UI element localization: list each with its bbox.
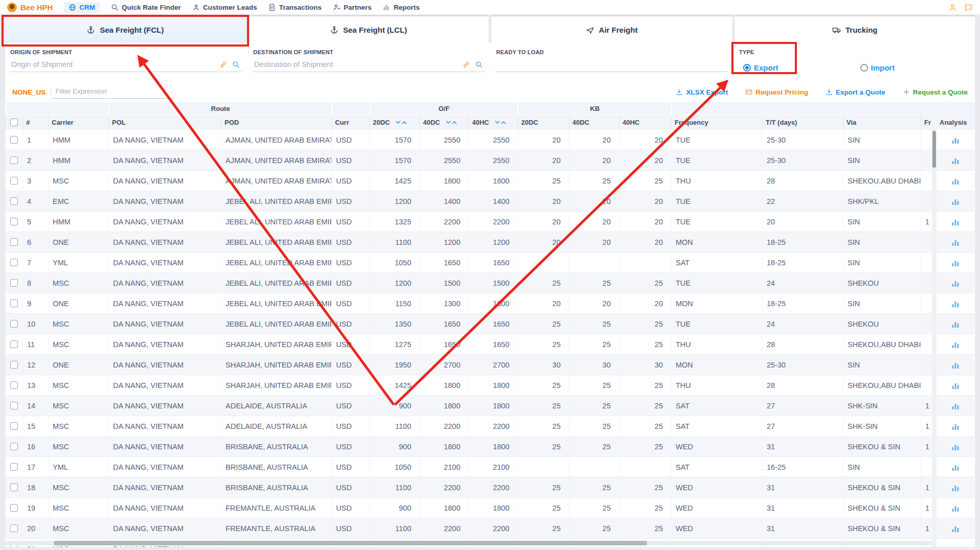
row-checkbox[interactable] — [10, 300, 18, 307]
col-kb-40dc[interactable]: 40DC — [569, 114, 619, 130]
search-icon[interactable] — [232, 61, 240, 68]
tab-air-freight[interactable]: Air Freight — [492, 15, 732, 43]
col-frequency[interactable]: Frequency — [671, 114, 762, 130]
table-row[interactable]: 17 YML DA NANG, VIETNAM BRISBANE, AUSTRA… — [5, 457, 932, 477]
nav-item-reports[interactable]: Reports — [383, 4, 419, 11]
table-row[interactable]: 15 MSC DA NANG, VIETNAM ADELAIDE, AUSTRA… — [5, 416, 932, 437]
nav-item-partners[interactable]: Partners — [333, 4, 372, 11]
bar-chart-icon[interactable] — [951, 197, 960, 205]
bar-chart-icon[interactable] — [951, 443, 960, 451]
row-checkbox[interactable] — [10, 381, 18, 389]
ready-to-load-input[interactable] — [495, 60, 728, 72]
col-of-20dc[interactable]: 20DC — [369, 114, 419, 130]
table-row[interactable]: 8 MSC DA NANG, VIETNAM JEBEL ALI, UNITED… — [5, 273, 932, 293]
col-fr-clipped[interactable]: Fr — [921, 114, 932, 130]
table-row[interactable]: 10 MSC DA NANG, VIETNAM JEBEL ALI, UNITE… — [5, 314, 932, 334]
row-checkbox[interactable] — [10, 340, 18, 348]
analysis-cell[interactable] — [937, 416, 974, 437]
table-row[interactable]: 18 MSC DA NANG, VIETNAM BRISBANE, AUSTRA… — [5, 477, 932, 498]
row-checkbox[interactable] — [10, 361, 18, 369]
row-checkbox[interactable] — [10, 238, 18, 246]
col-of-40dc[interactable]: 40DC — [419, 114, 469, 130]
select-all-checkbox[interactable] — [10, 119, 18, 126]
bar-chart-icon[interactable] — [951, 340, 960, 349]
col-num[interactable]: # — [23, 114, 48, 130]
row-checkbox[interactable] — [10, 402, 18, 409]
nav-item-quick-rate-finder[interactable]: Quick Rate Finder — [111, 4, 181, 11]
table-row[interactable]: 13 MSC DA NANG, VIETNAM SHARJAH, UNITED … — [5, 375, 932, 396]
table-row[interactable]: 6 ONE DA NANG, VIETNAM JEBEL ALI, UNITED… — [5, 232, 932, 253]
link-icon[interactable] — [219, 61, 227, 68]
tab-sea-freight-lcl[interactable]: Sea Freight (LCL) — [249, 15, 489, 43]
table-row[interactable]: 4 EMC DA NANG, VIETNAM JEBEL ALI, UNITED… — [5, 191, 932, 212]
bar-chart-icon[interactable] — [951, 320, 960, 328]
sort-desc-icon[interactable] — [495, 121, 500, 124]
bar-chart-icon[interactable] — [951, 156, 960, 165]
row-checkbox[interactable] — [10, 443, 18, 450]
row-checkbox[interactable] — [10, 177, 18, 185]
analysis-cell[interactable] — [937, 232, 974, 253]
analysis-cell[interactable] — [937, 293, 974, 314]
table-row[interactable]: 14 MSC DA NANG, VIETNAM ADELAIDE, AUSTRA… — [5, 396, 932, 416]
nav-item-customer-leads[interactable]: Customer Leads — [192, 4, 257, 11]
link-icon[interactable] — [462, 61, 470, 68]
search-icon[interactable] — [475, 61, 483, 68]
analysis-cell[interactable] — [937, 130, 974, 150]
analysis-cell[interactable] — [937, 314, 974, 334]
analysis-cell[interactable] — [937, 457, 974, 477]
chat-icon[interactable] — [964, 3, 973, 12]
sort-asc-icon[interactable] — [452, 121, 457, 124]
col-of-40hc[interactable]: 40HC — [469, 114, 518, 130]
sort-asc-icon[interactable] — [501, 121, 506, 124]
analysis-cell[interactable] — [937, 396, 974, 416]
tab-trucking[interactable]: Trucking — [735, 15, 975, 43]
analysis-cell[interactable] — [937, 437, 974, 457]
xlsx-export-button[interactable]: XLSX Export — [676, 88, 728, 96]
bar-chart-icon[interactable] — [951, 300, 960, 308]
radio-icon[interactable] — [860, 64, 868, 72]
table-row[interactable]: 7 YML DA NANG, VIETNAM JEBEL ALI, UNITED… — [5, 253, 932, 273]
col-pod[interactable]: POD — [221, 114, 331, 130]
bar-chart-icon[interactable] — [951, 238, 960, 246]
col-carrier[interactable]: Carrier — [48, 114, 108, 130]
bar-chart-icon[interactable] — [951, 279, 960, 287]
row-checkbox[interactable] — [10, 156, 18, 164]
analysis-cell[interactable] — [937, 498, 974, 518]
request-a-quote-button[interactable]: Request a Quote — [903, 88, 968, 96]
account-icon[interactable] — [948, 3, 957, 12]
row-checkbox[interactable] — [10, 463, 18, 471]
bar-chart-icon[interactable] — [951, 218, 960, 226]
row-checkbox[interactable] — [10, 504, 18, 512]
bar-chart-icon[interactable] — [951, 463, 960, 471]
row-checkbox[interactable] — [10, 422, 18, 430]
bar-chart-icon[interactable] — [951, 381, 960, 389]
bar-chart-icon[interactable] — [951, 361, 960, 369]
row-checkbox[interactable] — [10, 524, 18, 532]
bar-chart-icon[interactable] — [951, 177, 960, 185]
col-tt-days[interactable]: T/T (days) — [762, 114, 843, 130]
nav-item-crm[interactable]: CRM — [64, 2, 100, 13]
row-checkbox[interactable] — [10, 197, 18, 205]
analysis-cell[interactable] — [937, 150, 974, 171]
analysis-cell[interactable] — [937, 273, 974, 293]
bar-chart-icon[interactable] — [951, 136, 960, 144]
type-option-import[interactable]: Import — [860, 63, 895, 72]
bar-chart-icon[interactable] — [951, 524, 960, 533]
vertical-scrollbar-thumb[interactable] — [932, 131, 936, 168]
type-option-export[interactable]: Export — [743, 63, 778, 72]
analysis-cell[interactable] — [937, 212, 974, 232]
table-row[interactable]: 2 HMM DA NANG, VIETNAM AJMAN, UNITED ARA… — [5, 150, 932, 171]
row-checkbox[interactable] — [10, 320, 18, 328]
export-a-quote-button[interactable]: Export a Quote — [826, 88, 885, 96]
col-kb-20dc[interactable]: 20DC — [518, 114, 569, 130]
sort-asc-icon[interactable] — [402, 121, 407, 124]
origin-input[interactable]: Origin of Shipment — [9, 60, 242, 72]
row-checkbox[interactable] — [10, 484, 18, 491]
table-row[interactable]: 3 MSC DA NANG, VIETNAM AJMAN, UNITED ARA… — [5, 171, 932, 191]
analysis-cell[interactable] — [937, 375, 974, 396]
tab-sea-freight-fcl[interactable]: Sea Freight (FCL) — [5, 15, 246, 43]
analysis-cell[interactable] — [937, 334, 974, 355]
col-via[interactable]: Via — [843, 114, 921, 130]
row-checkbox[interactable] — [10, 218, 18, 225]
col-curr[interactable]: Curr — [331, 114, 369, 130]
